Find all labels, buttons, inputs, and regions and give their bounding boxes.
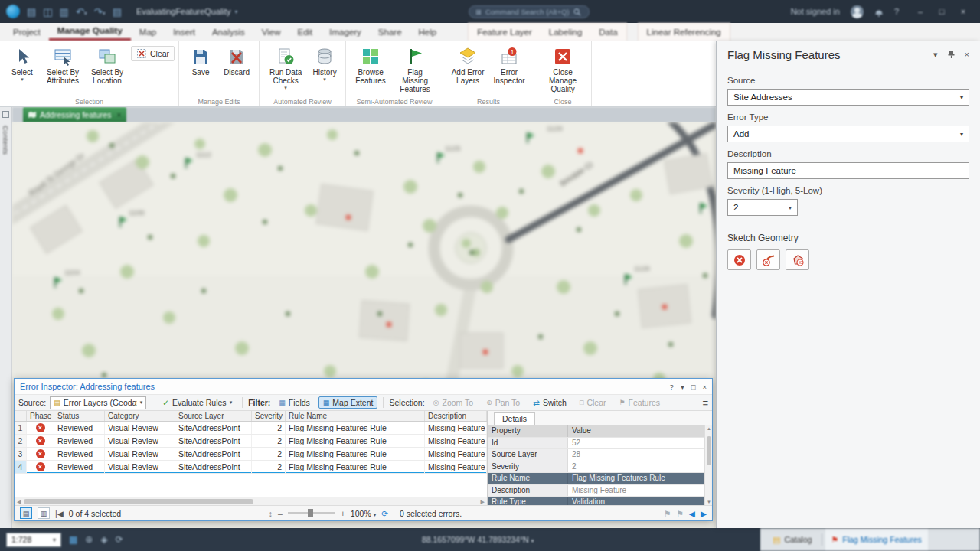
close-view-icon[interactable]: ×	[116, 111, 121, 119]
error-inspector-titlebar[interactable]: Error Inspector: Addressing features ? ▾…	[15, 379, 712, 394]
error-type-dropdown[interactable]: Add ▾	[727, 126, 969, 142]
first-record-icon[interactable]: |◀	[55, 509, 64, 518]
dock-icon[interactable]: □	[691, 383, 696, 391]
description-input[interactable]	[727, 162, 969, 179]
detail-row[interactable]: Severity 2	[488, 461, 712, 474]
source-dropdown[interactable]: ▤ Error Layers (Geodat ▾	[50, 396, 146, 409]
save-edits-button[interactable]: Save	[183, 44, 218, 80]
evaluate-rules-button[interactable]: ✓ Evaluate Rules ▾	[158, 396, 237, 409]
browse-features-button[interactable]: Browse Features	[350, 44, 391, 88]
paste-icon[interactable]: ▥	[60, 7, 69, 17]
help-icon[interactable]: ?	[670, 383, 674, 391]
error-inspector-button[interactable]: 1 Error Inspector	[488, 44, 530, 88]
tab-data[interactable]: Data	[590, 24, 626, 41]
filter-map-extent-button[interactable]: ▦ Map Extent	[318, 396, 378, 409]
run-data-checks-button[interactable]: Run Data Checks▾	[263, 44, 308, 93]
open-icon[interactable]: ◫	[43, 7, 52, 17]
next-error-icon[interactable]: ▶	[701, 509, 707, 518]
snap-icon[interactable]: ⊕	[85, 534, 93, 545]
flag-missing-features-button[interactable]: Flag Missing Features	[391, 44, 439, 97]
tab-insert[interactable]: Insert	[165, 23, 204, 41]
select-button[interactable]: Select▾	[4, 44, 41, 84]
detail-row[interactable]: Id 52	[488, 438, 712, 450]
switch-selection-button[interactable]: ⇄ Switch	[528, 396, 571, 409]
save-icon[interactable]: ▤	[27, 7, 36, 17]
sign-in-status[interactable]: Not signed in	[791, 7, 840, 16]
chevron-down-icon[interactable]: ▾	[681, 383, 684, 391]
tab-analysis[interactable]: Analysis	[204, 23, 253, 41]
map-coordinates[interactable]: 88.1657099°W 41.7893234°N ▾	[422, 535, 534, 544]
sketch-point-error-button[interactable]	[727, 249, 751, 270]
pin-icon[interactable]	[947, 50, 956, 59]
tab-linear-referencing[interactable]: Linear Referencing	[639, 24, 730, 41]
tab-imagery[interactable]: Imagery	[321, 23, 370, 41]
add-error-layers-button[interactable]: Add Error Layers	[447, 44, 488, 88]
table-view-toggle[interactable]: ▤	[20, 507, 32, 519]
table-row[interactable]: 1 × Reviewed Visual Review SiteAddressPo…	[15, 422, 487, 435]
tab-view[interactable]: View	[253, 23, 289, 41]
pane-menu-icon[interactable]: ▾	[933, 50, 938, 60]
notebook-icon[interactable]: ▤	[113, 7, 122, 17]
tab-flag-missing-features[interactable]: ⚑ Flag Missing Features	[825, 528, 928, 551]
contents-pane-collapsed[interactable]: Contents	[0, 107, 12, 528]
source-dropdown[interactable]: Site Addresses ▾	[727, 89, 969, 106]
zoom-level[interactable]: 100% ▾	[351, 509, 376, 518]
selection-tool-icon[interactable]: ▦	[69, 534, 77, 545]
horizontal-scrollbar[interactable]: ◀ ▶	[15, 497, 487, 505]
project-name-menu[interactable]: EvaluatingFeatureQuality▾	[136, 7, 238, 16]
tab-help[interactable]: Help	[410, 23, 446, 41]
zoom-slider[interactable]	[288, 512, 335, 514]
pan-to-button[interactable]: ⊕ Pan To	[482, 396, 524, 409]
form-view-toggle[interactable]: ▥	[38, 507, 50, 519]
map-view-tab[interactable]: Addressing features ×	[23, 107, 126, 122]
vertical-scrollbar[interactable]: ▲ ▼	[704, 425, 712, 505]
filter-fields-button[interactable]: ▦ Fields	[274, 396, 315, 409]
notifications-icon[interactable]	[874, 7, 884, 17]
features-button[interactable]: ⚑ Features	[614, 396, 665, 409]
close-manage-quality-button[interactable]: Close Manage Quality	[538, 44, 587, 97]
tab-catalog[interactable]: ▤ Catalog	[766, 528, 818, 551]
sync-icon[interactable]: ⟳	[116, 534, 123, 545]
table-row-selected[interactable]: 4 × Reviewed Visual Review SiteAddressPo…	[15, 461, 487, 474]
redo-icon[interactable]: ↷▾	[94, 7, 106, 17]
sketch-polygon-error-button[interactable]	[786, 249, 809, 270]
refresh-icon[interactable]: ⟳	[381, 509, 388, 518]
zoom-out-icon[interactable]: –	[278, 509, 283, 518]
previous-error-icon[interactable]: ◀	[689, 509, 695, 518]
detail-row[interactable]: Rule Type Validation	[488, 497, 712, 505]
editor-icon[interactable]: ◈	[100, 534, 107, 545]
error-table-header[interactable]: Phase Status Category Source Layer Sever…	[15, 411, 487, 422]
map-scale-dropdown[interactable]: 1:728 ▾	[6, 533, 61, 547]
detail-row[interactable]: Rule Name Flag Missing Features Rule	[488, 473, 712, 485]
tab-manage-quality[interactable]: Manage Quality	[49, 23, 131, 41]
clear-selection-button[interactable]: □ Clear	[575, 396, 611, 409]
pane-close-icon[interactable]: ×	[965, 50, 969, 59]
maximize-button[interactable]: □	[931, 7, 952, 16]
severity-dropdown[interactable]: 2 ▾	[727, 199, 798, 216]
help-icon[interactable]: ?	[894, 7, 899, 16]
detail-row[interactable]: Source Layer 28	[488, 449, 712, 461]
error-flag-icon[interactable]: ⚑	[676, 509, 683, 518]
close-icon[interactable]: ×	[702, 383, 707, 391]
zoom-to-button[interactable]: ◎ Zoom To	[429, 396, 479, 409]
tab-feature-layer[interactable]: Feature Layer	[469, 24, 541, 41]
detail-row[interactable]: Description Missing Feature	[488, 485, 712, 497]
tab-map[interactable]: Map	[131, 23, 165, 41]
undo-icon[interactable]: ↶▾	[76, 7, 87, 17]
close-button[interactable]: ×	[952, 7, 974, 16]
clear-selection-button[interactable]: Clear	[131, 46, 175, 61]
tab-project[interactable]: Project	[5, 23, 49, 41]
select-by-location-button[interactable]: Select By Location	[85, 44, 129, 88]
tab-details[interactable]: Details	[494, 412, 535, 425]
tab-share[interactable]: Share	[370, 23, 410, 41]
error-flag-icon[interactable]: ⚑	[664, 509, 671, 518]
minimize-button[interactable]: –	[910, 7, 931, 16]
table-row[interactable]: 2 × Reviewed Visual Review SiteAddressPo…	[15, 435, 487, 448]
select-by-attributes-button[interactable]: Select By Attributes	[41, 44, 85, 88]
history-button[interactable]: History▾	[308, 44, 341, 84]
sketch-line-error-button[interactable]	[756, 249, 780, 270]
command-search-input[interactable]: ⊞ Command Search (Alt+Q)	[469, 5, 590, 18]
account-avatar[interactable]	[851, 5, 864, 18]
discard-edits-button[interactable]: Discard	[218, 44, 255, 80]
zoom-in-icon[interactable]: +	[341, 509, 345, 518]
